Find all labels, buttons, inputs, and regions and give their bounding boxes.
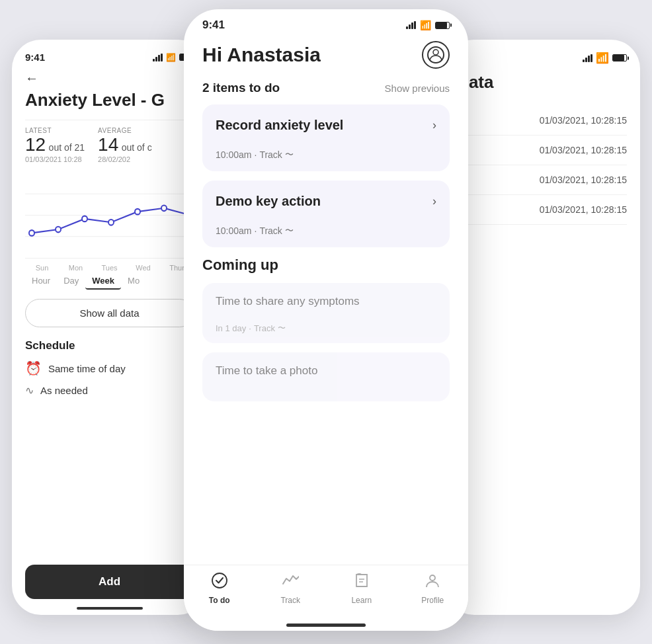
svg-point-8 xyxy=(161,205,167,211)
schedule-as-needed-label: As needed xyxy=(40,385,88,396)
svg-point-12 xyxy=(212,573,227,588)
task-2-footer: 10:00am · Track 〜 xyxy=(216,225,436,237)
left-status-bar: 9:41 📶 xyxy=(25,52,194,63)
wifi-icon-front: 📶 xyxy=(420,20,431,30)
nav-learn[interactable]: Learn xyxy=(326,572,397,605)
day-tues: Tues xyxy=(93,264,126,272)
svg-point-11 xyxy=(433,50,438,55)
track-wave-icon-1: 〜 xyxy=(285,149,294,161)
home-indicator xyxy=(77,607,143,610)
task-2-track: Track xyxy=(259,225,282,236)
learn-icon xyxy=(353,572,370,593)
stats-row: LATEST 12 out of 21 01/03/2021 10:28 AVE… xyxy=(25,120,194,163)
dot-separator-1: · xyxy=(254,149,257,160)
svg-point-5 xyxy=(82,216,87,222)
schedule-title: Schedule xyxy=(25,339,194,352)
tab-day[interactable]: Day xyxy=(57,273,85,290)
nav-track-label: Track xyxy=(280,596,300,605)
task-2-title: Demo key action xyxy=(216,194,321,209)
data-item-3: 01/03/2021, 10:28:15 xyxy=(458,165,627,195)
coming-2-title: Time to take a photo xyxy=(216,364,436,378)
front-content: Hi Anastasia 2 items to do Show previous… xyxy=(184,34,468,577)
tab-month[interactable]: Mo xyxy=(121,273,146,290)
front-status-time: 9:41 xyxy=(202,19,225,32)
right-status-bar: 📶 xyxy=(458,52,627,64)
schedule-same-time-label: Same time of day xyxy=(48,363,126,374)
task-card-1-header: Record anxiety level › xyxy=(216,118,436,133)
coming-dot-1: · xyxy=(249,323,251,333)
nav-profile[interactable]: Profile xyxy=(397,572,469,605)
nav-profile-label: Profile xyxy=(421,596,444,605)
data-item-1: 01/03/2021, 10:28:15 xyxy=(458,106,627,136)
data-item-2: 01/03/2021, 10:28:15 xyxy=(458,136,627,165)
track-wave-icon-2: 〜 xyxy=(285,225,294,237)
latest-stat: LATEST 12 out of 21 01/03/2021 10:28 xyxy=(25,127,85,163)
tab-hour[interactable]: Hour xyxy=(25,273,57,290)
task-1-title: Record anxiety level xyxy=(216,118,343,133)
data-item-4: 01/03/2021, 10:28:15 xyxy=(458,195,627,225)
battery-icon-front xyxy=(435,22,450,29)
nav-track[interactable]: Track xyxy=(255,572,327,605)
coming-1-title: Time to share any symptoms xyxy=(216,295,436,308)
task-1-time: 10:00am xyxy=(216,149,251,160)
front-phone: 9:41 📶 Hi Anastasia xyxy=(184,9,468,631)
nav-todo[interactable]: To do xyxy=(184,572,255,605)
data-list: 01/03/2021, 10:28:15 01/03/2021, 10:28:1… xyxy=(458,106,627,225)
add-button[interactable]: Add xyxy=(25,565,194,599)
svg-point-3 xyxy=(29,230,34,236)
schedule-item-as-needed: ∿ As needed xyxy=(25,384,194,397)
coming-1-when: In 1 day xyxy=(216,323,246,333)
wave-icon: ∿ xyxy=(25,384,34,397)
svg-point-6 xyxy=(108,220,114,225)
svg-point-7 xyxy=(135,209,140,215)
schedule-item-same-time: ⏰ Same time of day xyxy=(25,360,194,376)
tab-week[interactable]: Week xyxy=(85,273,121,290)
greeting-text: Hi Anastasia xyxy=(202,44,321,66)
show-all-button[interactable]: Show all data xyxy=(25,299,194,327)
day-sun: Sun xyxy=(25,264,59,272)
chart-svg xyxy=(25,173,194,258)
todo-icon xyxy=(211,572,228,593)
latest-date: 01/03/2021 10:28 xyxy=(25,155,85,163)
right-phone: 📶 data 01/03/2021, 10:28:15 01/03/2021, … xyxy=(445,40,640,615)
coming-wave-icon-1: 〜 xyxy=(278,323,286,334)
left-phone: 9:41 📶 ← Anxiety Level - G LATEST xyxy=(12,40,207,615)
signal-icon xyxy=(153,54,163,61)
show-previous-button[interactable]: Show previous xyxy=(385,83,450,94)
scene: 9:41 📶 ← Anxiety Level - G LATEST xyxy=(0,0,652,644)
front-status-icons: 📶 xyxy=(406,20,450,30)
chart-area xyxy=(25,173,194,259)
average-stat: AVERAGE 14 out of c 28/02/202 xyxy=(98,127,152,163)
coming-1-track: Track xyxy=(254,323,275,333)
task-2-chevron-icon: › xyxy=(432,194,436,208)
signal-icon-front xyxy=(406,21,416,29)
schedule-section: Schedule ⏰ Same time of day ∿ As needed xyxy=(25,339,194,397)
task-card-1[interactable]: Record anxiety level › 10:00am · Track 〜 xyxy=(202,104,450,171)
average-value: 14 xyxy=(98,134,118,155)
back-button[interactable]: ← xyxy=(25,71,194,86)
coming-card-2[interactable]: Time to take a photo xyxy=(202,352,450,401)
period-tabs: Hour Day Week Mo xyxy=(25,273,194,290)
todo-count: 2 items to do xyxy=(202,81,280,95)
nav-learn-label: Learn xyxy=(351,596,372,605)
avatar-icon[interactable] xyxy=(422,41,450,69)
svg-point-4 xyxy=(56,227,61,233)
coming-1-footer: In 1 day · Track 〜 xyxy=(216,323,436,334)
task-1-footer: 10:00am · Track 〜 xyxy=(216,149,436,161)
alarm-icon: ⏰ xyxy=(25,360,42,376)
svg-point-15 xyxy=(430,575,435,581)
day-mon: Mon xyxy=(59,264,93,272)
profile-icon xyxy=(424,572,441,593)
bottom-nav: To do Track xyxy=(184,565,468,631)
task-card-2[interactable]: Demo key action › 10:00am · Track 〜 xyxy=(202,181,450,247)
coming-card-1[interactable]: Time to share any symptoms In 1 day · Tr… xyxy=(202,283,450,343)
day-labels: Sun Mon Tues Wed Thur xyxy=(25,264,194,272)
day-wed: Wed xyxy=(126,264,160,272)
data-timestamp-3: 01/03/2021, 10:28:15 xyxy=(540,175,627,185)
average-date: 28/02/202 xyxy=(98,155,152,163)
dot-separator-2: · xyxy=(254,225,257,236)
task-1-track: Track xyxy=(259,149,282,160)
data-timestamp-4: 01/03/2021, 10:28:15 xyxy=(540,204,627,215)
track-icon xyxy=(282,572,299,593)
home-indicator-front xyxy=(286,624,366,627)
